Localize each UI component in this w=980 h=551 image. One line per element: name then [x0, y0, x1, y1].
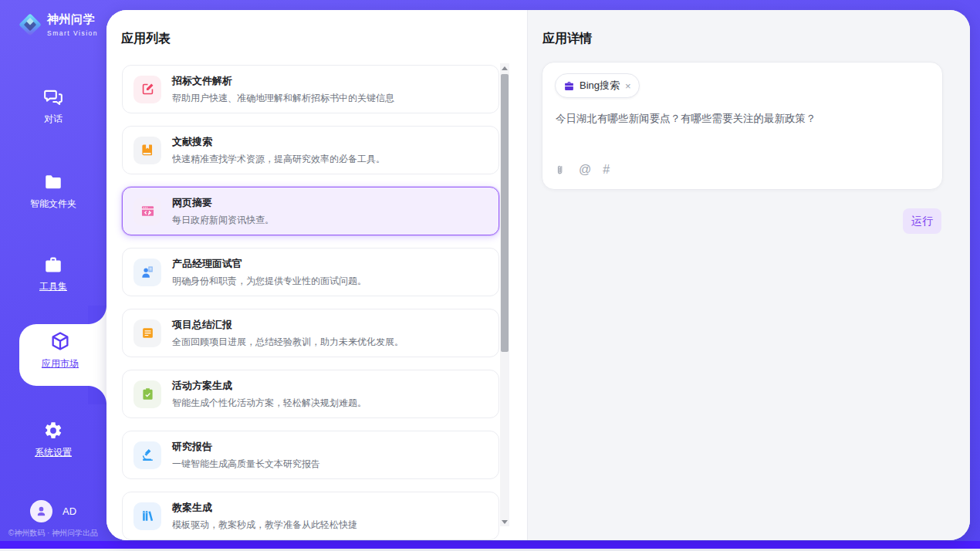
tool-tag-bing-search[interactable]: Bing搜索 × [555, 73, 640, 98]
sidebar-item-smart-folder[interactable]: 智能文件夹 [0, 172, 106, 211]
app-card-title: 网页摘要 [172, 196, 274, 210]
app-list-scrollbar[interactable] [500, 63, 509, 526]
brand-subtitle: Smart Vision [47, 29, 98, 37]
sidebar-item-label: 应用市场 [42, 357, 79, 370]
cube-icon [49, 330, 71, 352]
tag-close-icon[interactable]: × [625, 81, 631, 91]
sidebar-item-chat[interactable]: 对话 [0, 87, 106, 126]
sidebar: 神州问学 Smart Vision 对话 智能文件夹 工具集 [0, 0, 106, 541]
toolbox-icon [43, 255, 63, 275]
app-card-list: 招标文件解析 帮助用户快速、准确地理解和解析招标书中的关键信息 文献搜索 快速精… [122, 65, 499, 540]
report-icon [133, 319, 161, 347]
app-card-title: 教案生成 [172, 501, 357, 515]
brand-logo: 神州问学 Smart Vision [15, 10, 98, 39]
app-card-project-summary[interactable]: 项目总结汇报 全面回顾项目进展，总结经验教训，助力未来优化发展。 [122, 309, 499, 357]
app-card-title: 产品经理面试官 [172, 257, 367, 271]
app-detail-title: 应用详情 [542, 31, 592, 47]
interviewer-icon [133, 259, 161, 286]
brand-name: 神州问学 [47, 12, 98, 27]
sidebar-item-label: 对话 [44, 113, 63, 126]
prompt-input[interactable]: 今日湖北有哪些新闻要点？有哪些需要关注的最新政策？ [556, 112, 930, 126]
app-card-event-plan[interactable]: 活动方案生成 智能生成个性化活动方案，轻松解决规划难题。 [122, 370, 499, 418]
diamond-logo-icon [15, 10, 45, 39]
app-card-tender-analysis[interactable]: 招标文件解析 帮助用户快速、准确地理解和解析招标书中的关键信息 [122, 65, 499, 113]
sidebar-item-settings[interactable]: 系统设置 [0, 421, 106, 459]
briefcase-icon [563, 80, 575, 92]
app-card-title: 招标文件解析 [172, 74, 394, 88]
clipboard-check-icon [133, 380, 161, 408]
app-card-title: 研究报告 [172, 440, 320, 454]
content-shell: 应用列表 招标文件解析 帮助用户快速、准确地理解和解析招标书中的关键信息 [106, 10, 970, 540]
blob-fillet-top [88, 306, 106, 324]
scroll-up-arrow[interactable] [500, 63, 509, 73]
app-card-title: 项目总结汇报 [172, 318, 404, 332]
app-card-literature-search[interactable]: 文献搜索 快速精准查找学术资源，提高研究效率的必备工具。 [122, 126, 499, 174]
app-card-desc: 全面回顾项目进展，总结经验教训，助力未来优化发展。 [172, 336, 404, 349]
scrollbar-thumb[interactable] [501, 74, 509, 352]
mention-icon[interactable]: @ [579, 163, 591, 177]
tool-tag-label: Bing搜索 [580, 79, 620, 93]
sidebar-item-toolbox[interactable]: 工具集 [0, 255, 106, 293]
microscope-icon [133, 441, 161, 469]
folder-icon [43, 172, 63, 192]
blob-fillet-bottom [88, 386, 106, 404]
edit-square-icon [133, 76, 161, 103]
app-detail-panel: 应用详情 Bing搜索 × 今日湖北有哪些新闻要点？有哪些需要关注的最新政策？ [528, 10, 970, 540]
app-card-desc: 每日政府新闻资讯快查。 [172, 214, 274, 227]
input-toolbar: @ # [556, 163, 610, 177]
sidebar-item-app-market[interactable]: 应用市场 [19, 330, 101, 370]
book-icon [133, 137, 161, 164]
app-card-desc: 快速精准查找学术资源，提高研究效率的必备工具。 [172, 153, 385, 166]
copyright-text: ©神州数码 · 神州问学出品 [0, 528, 106, 539]
app-card-title: 活动方案生成 [172, 379, 367, 393]
app-card-lesson-plan[interactable]: 教案生成 模板驱动，教案秒成，教学准备从此轻松快捷 [122, 492, 499, 540]
books-icon [133, 502, 161, 530]
app-window: 神州问学 Smart Vision 对话 智能文件夹 工具集 [0, 0, 980, 551]
prompt-card: Bing搜索 × 今日湖北有哪些新闻要点？有哪些需要关注的最新政策？ @ # [542, 62, 943, 190]
browser-code-icon [133, 198, 161, 225]
app-card-desc: 明确身份和职责，为您提供专业性的面试问题。 [172, 275, 367, 288]
sidebar-item-label: 系统设置 [35, 446, 72, 459]
app-card-desc: 模板驱动，教案秒成，教学准备从此轻松快捷 [172, 519, 357, 532]
app-card-desc: 帮助用户快速、准确地理解和解析招标书中的关键信息 [172, 92, 394, 105]
sidebar-item-label: 智能文件夹 [30, 198, 76, 211]
app-card-research-report[interactable]: 研究报告 一键智能生成高质量长文本研究报告 [122, 431, 499, 479]
app-card-desc: 一键智能生成高质量长文本研究报告 [172, 458, 320, 471]
chat-icon [43, 87, 63, 107]
run-button[interactable]: 运行 [903, 208, 941, 234]
user-name: AD [63, 505, 76, 517]
attachment-icon[interactable] [556, 164, 567, 177]
app-card-pm-interviewer[interactable]: 产品经理面试官 明确身份和职责，为您提供专业性的面试问题。 [122, 248, 499, 296]
bottom-accent-bar [0, 541, 980, 549]
person-icon [35, 505, 48, 518]
user-account[interactable]: AD [0, 500, 106, 522]
app-card-title: 文献搜索 [172, 135, 385, 149]
avatar [30, 500, 52, 522]
sidebar-item-label: 工具集 [39, 280, 67, 293]
gear-icon [43, 421, 63, 441]
app-card-desc: 智能生成个性化活动方案，轻松解决规划难题。 [172, 397, 367, 410]
app-card-web-summary[interactable]: 网页摘要 每日政府新闻资讯快查。 [122, 187, 499, 235]
hashtag-icon[interactable]: # [603, 163, 610, 177]
app-list-panel: 应用列表 招标文件解析 帮助用户快速、准确地理解和解析招标书中的关键信息 [106, 10, 528, 540]
app-list-title: 应用列表 [121, 31, 171, 47]
scroll-down-arrow[interactable] [500, 517, 509, 526]
